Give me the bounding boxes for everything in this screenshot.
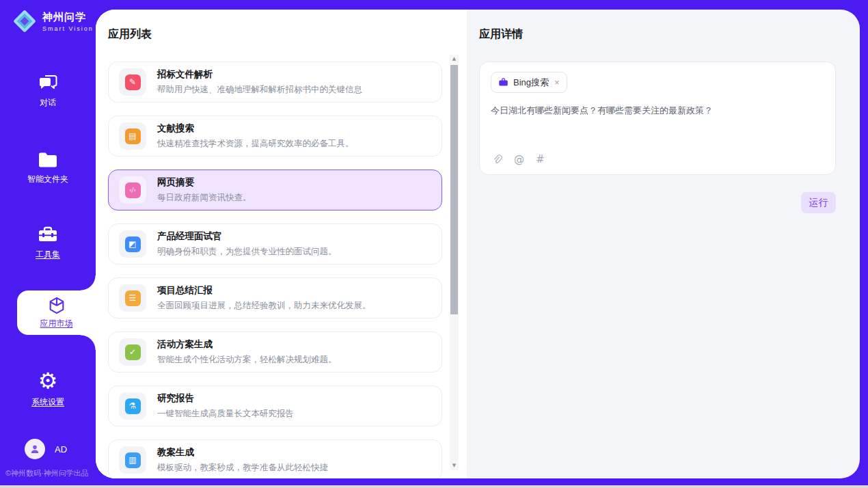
microscope-icon: ⚗	[125, 398, 141, 414]
app-icon-box: ▥	[119, 446, 146, 474]
app-list: ✎ 招标文件解析 帮助用户快速、准确地理解和解析招标书中的关键信息 ▤ 文献搜索…	[108, 62, 442, 478]
app-icon-box: ⚗	[119, 392, 146, 420]
app-name: 文献搜索	[157, 122, 354, 135]
app-icon-box: ☰	[119, 284, 146, 312]
content-area: 应用列表 ✎ 招标文件解析 帮助用户快速、准确地理解和解析招标书中的关键信息 ▤…	[96, 10, 860, 478]
app-card-lesson-plan[interactable]: ▥ 教案生成 模板驱动，教案秒成，教学准备从此轻松快捷	[108, 439, 442, 478]
sidebar-item-label: 工具集	[36, 249, 60, 260]
sidebar-item-chat[interactable]: 对话	[0, 74, 96, 109]
sidebar-item-settings[interactable]: ⚙ 系统设置	[0, 370, 96, 408]
app-desc: 模板驱动，教案秒成，教学准备从此轻松快捷	[157, 462, 328, 474]
gear-icon: ⚙	[38, 370, 58, 391]
app-card-event-plan[interactable]: ✓ 活动方案生成 智能生成个性化活动方案，轻松解决规划难题。	[108, 331, 442, 372]
app-desc: 全面回顾项目进展，总结经验教训，助力未来优化发展。	[157, 300, 371, 312]
app-list-panel: 应用列表 ✎ 招标文件解析 帮助用户快速、准确地理解和解析招标书中的关键信息 ▤…	[96, 10, 467, 478]
app-name: 网页摘要	[157, 176, 252, 189]
sidebar-item-label: 系统设置	[31, 396, 64, 408]
composer-toolbar: @ #	[492, 153, 545, 165]
browser-code-icon: ‹/›	[125, 182, 141, 198]
interview-doc-icon: ◩	[125, 236, 141, 252]
clipboard-check-icon: ✓	[125, 344, 141, 360]
app-card-tender-analysis[interactable]: ✎ 招标文件解析 帮助用户快速、准确地理解和解析招标书中的关键信息	[108, 62, 442, 103]
close-icon[interactable]: ×	[554, 77, 560, 87]
app-name: 产品经理面试官	[157, 230, 337, 243]
scrollbar-thumb[interactable]	[450, 65, 458, 314]
app-name: 教案生成	[157, 446, 328, 459]
user-account[interactable]: AD	[25, 439, 67, 459]
app-card-literature-search[interactable]: ▤ 文献搜索 快速精准查找学术资源，提高研究效率的必备工具。	[108, 116, 442, 157]
app-card-research-report[interactable]: ⚗ 研究报告 一键智能生成高质量长文本研究报告	[108, 385, 442, 426]
cube-icon	[47, 296, 66, 315]
prompt-text[interactable]: 今日湖北有哪些新闻要点？有哪些需要关注的最新政策？	[491, 105, 824, 117]
toolbox-icon	[38, 226, 58, 243]
app-desc: 一键智能生成高质量长文本研究报告	[157, 408, 294, 420]
app-detail-panel: 应用详情 Bing搜索 × 今日湖北有哪些新闻要点？有哪些需要关注的最新政策？ …	[467, 10, 860, 478]
copyright-footer: ©神州数码·神州问学出品	[5, 468, 96, 478]
app-icon-box: ▤	[119, 122, 146, 150]
sidebar-item-label: 智能文件夹	[27, 174, 68, 185]
folder-icon	[38, 152, 58, 168]
chat-icon	[38, 74, 57, 92]
app-card-project-summary[interactable]: ☰ 项目总结汇报 全面回顾项目进展，总结经验教训，助力未来优化发展。	[108, 277, 442, 318]
paperclip-icon[interactable]	[492, 154, 502, 165]
book-icon: ▤	[125, 128, 141, 144]
app-icon-box: ✓	[119, 338, 146, 366]
brand-logo: 神州问学 Smart Vision	[12, 9, 94, 33]
app-desc: 快速精准查找学术资源，提高研究效率的必备工具。	[157, 138, 354, 150]
mention-icon[interactable]: @	[514, 153, 524, 165]
app-desc: 每日政府新闻资讯快查。	[157, 192, 252, 204]
scroll-down-icon[interactable]: ▼	[450, 461, 459, 470]
notepad-icon: ☰	[125, 290, 141, 306]
app-detail-title: 应用详情	[479, 27, 836, 42]
app-name: 活动方案生成	[157, 338, 337, 351]
tool-chip-label: Bing搜索	[513, 77, 549, 89]
sidebar-item-app-market[interactable]: 应用市场	[17, 290, 96, 335]
app-name: 项目总结汇报	[157, 284, 371, 297]
brand-name: 神州问学	[42, 11, 94, 24]
run-button[interactable]: 运行	[801, 192, 836, 213]
tool-chip-bing-search[interactable]: Bing搜索 ×	[491, 72, 567, 93]
app-desc: 帮助用户快速、准确地理解和解析招标书中的关键信息	[157, 84, 362, 96]
sidebar-item-label: 对话	[40, 97, 56, 109]
app-list-title: 应用列表	[108, 27, 442, 42]
app-name: 研究报告	[157, 392, 294, 405]
app-card-pm-interviewer[interactable]: ◩ 产品经理面试官 明确身份和职责，为您提供专业性的面试问题。	[108, 223, 442, 265]
edit-icon: ✎	[125, 74, 141, 90]
avatar	[25, 439, 45, 459]
app-icon-box: ✎	[119, 68, 146, 96]
app-icon-box: ‹/›	[119, 176, 146, 204]
sidebar-item-smart-folder[interactable]: 智能文件夹	[0, 152, 96, 185]
app-frame: 神州问学 Smart Vision 对话 智能文件夹	[0, 0, 868, 485]
app-desc: 智能生成个性化活动方案，轻松解决规划难题。	[157, 354, 337, 366]
run-row: 运行	[479, 192, 836, 213]
prompt-card: Bing搜索 × 今日湖北有哪些新闻要点？有哪些需要关注的最新政策？ @ #	[479, 62, 836, 175]
sidebar: 神州问学 Smart Vision 对话 智能文件夹	[0, 0, 96, 485]
user-initials: AD	[55, 444, 67, 455]
brand-subtitle: Smart Vision	[42, 25, 94, 32]
list-scrollbar: ▲ ▼	[450, 55, 459, 470]
app-desc: 明确身份和职责，为您提供专业性的面试问题。	[157, 246, 337, 258]
hash-icon[interactable]: #	[536, 153, 545, 165]
books-icon: ▥	[125, 452, 141, 468]
app-card-web-summary[interactable]: ‹/› 网页摘要 每日政府新闻资讯快查。	[108, 170, 442, 211]
person-icon	[29, 444, 40, 455]
app-icon-box: ◩	[119, 230, 146, 258]
scroll-up-icon[interactable]: ▲	[450, 55, 459, 64]
sidebar-item-toolbox[interactable]: 工具集	[0, 226, 96, 260]
logo-diamond-icon	[12, 9, 37, 33]
sidebar-item-label: 应用市场	[40, 318, 73, 329]
app-name: 招标文件解析	[157, 68, 362, 81]
briefcase-icon	[498, 77, 508, 87]
